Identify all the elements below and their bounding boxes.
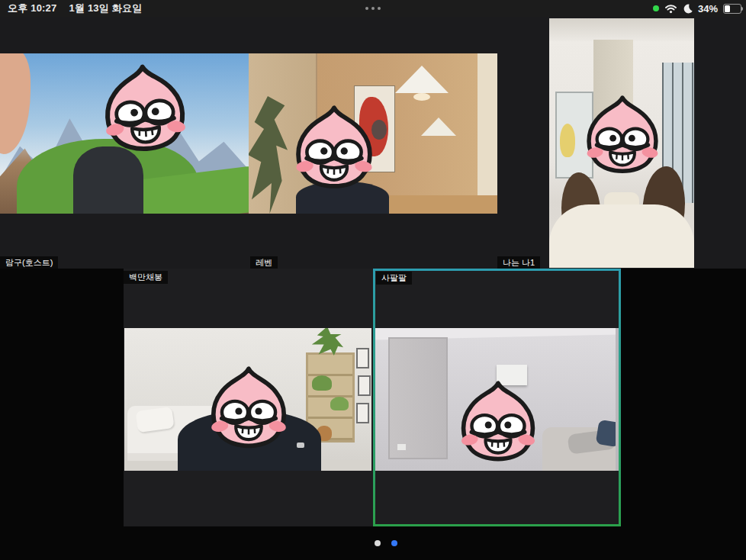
video-tile-leben[interactable]: 레벤	[249, 17, 497, 269]
do-not-disturb-moon-icon	[683, 4, 693, 14]
page-dot-1[interactable]	[375, 540, 381, 546]
battery-icon	[723, 4, 741, 14]
video-tile-sapalpal-active[interactable]: 사팔팔	[373, 269, 621, 526]
participant-name-label: 나는 나1	[497, 256, 540, 269]
video-tile-baekman[interactable]: 백만채봉	[124, 269, 373, 526]
video-tile-host[interactable]: 람구(호스트)	[0, 17, 249, 269]
camera-active-indicator-icon	[653, 5, 659, 11]
battery-percent-text: 34%	[698, 3, 718, 14]
participant-name-label: 람구(호스트)	[0, 256, 58, 269]
apeach-face-sticker	[92, 60, 198, 169]
ios-status-bar: 오후 10:27 1월 13일 화요일 34%	[0, 0, 746, 17]
participant-name-label: 레벤	[250, 256, 278, 269]
apeach-face-sticker	[452, 378, 545, 475]
participant-name-label: 사팔팔	[376, 272, 412, 285]
participant-name-label: 백만채봉	[124, 271, 168, 284]
multitask-handle-icon[interactable]	[0, 0, 746, 17]
apeach-face-sticker	[577, 93, 667, 187]
apeach-face-sticker	[201, 364, 296, 462]
apeach-face-sticker	[286, 103, 382, 203]
video-tile-nanun-na1[interactable]: 나는 나1	[497, 17, 746, 269]
page-dot-2-current[interactable]	[391, 540, 397, 546]
zoom-meeting-gallery-screen: 오후 10:27 1월 13일 화요일 34%	[0, 0, 746, 560]
wifi-icon	[664, 4, 677, 14]
